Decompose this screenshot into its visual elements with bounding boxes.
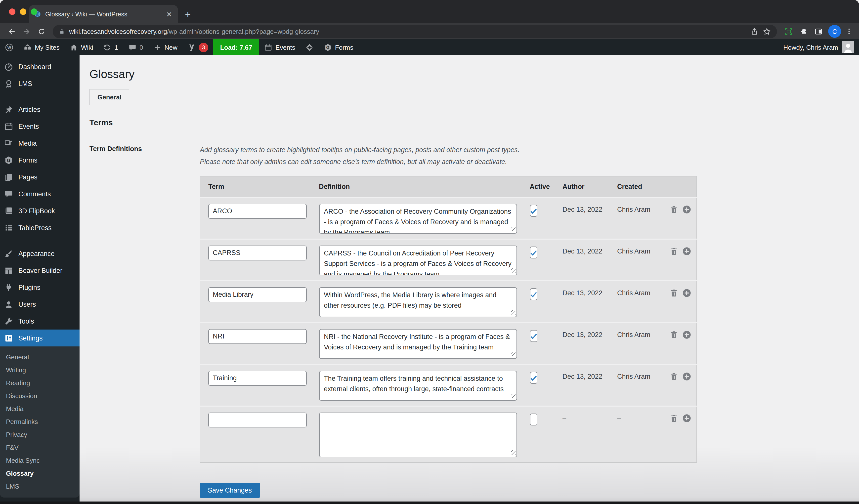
admin-bar-item-0[interactable]: 0 (123, 39, 148, 55)
tab-general[interactable]: General (89, 89, 130, 105)
side-panel-icon[interactable] (812, 26, 825, 37)
submenu-item-glossary[interactable]: Glossary (0, 467, 79, 480)
sidebar-item-tools[interactable]: Tools (0, 312, 79, 330)
close-tab-icon[interactable]: ✕ (165, 10, 173, 18)
forward-icon[interactable] (20, 25, 33, 38)
sidebar-item-comments[interactable]: Comments (0, 185, 79, 202)
sidebar-item-plugins[interactable]: Plugins (0, 279, 79, 296)
share-icon[interactable] (750, 27, 758, 35)
url-path: /wp-admin/options-general.php?page=wpdg-… (167, 28, 319, 35)
sidebar-item-3d-flipbook[interactable]: 3D FlipBook (0, 202, 79, 219)
lock-icon (59, 28, 65, 34)
add-term-icon[interactable] (682, 288, 691, 297)
sidebar-item-forms[interactable]: GForms (0, 152, 79, 168)
screen: Glossary ‹ Wiki — WordPress ✕ + wiki.fac… (0, 0, 859, 504)
admin-bar-item-new[interactable]: New (148, 39, 182, 55)
browser-tab[interactable]: Glossary ‹ Wiki — WordPress ✕ (29, 5, 178, 24)
close-window-button[interactable] (9, 9, 15, 15)
checkmark-icon (529, 248, 538, 257)
howdy-label[interactable]: Howdy, Chris Aram (783, 44, 838, 51)
sidebar-item-events[interactable]: Events (0, 118, 79, 135)
minimize-window-button[interactable] (20, 9, 26, 15)
back-icon[interactable] (5, 25, 18, 38)
delete-term-icon[interactable] (669, 204, 678, 214)
sidebar-item-settings[interactable]: Settings (0, 330, 79, 347)
add-term-icon[interactable] (682, 371, 691, 381)
admin-bar-item-events[interactable]: Events (259, 39, 300, 55)
sidebar-item-beaver-builder[interactable]: Beaver Builder (0, 262, 79, 279)
sidebar-item-users[interactable]: Users (0, 296, 79, 312)
checkmark-icon (529, 373, 538, 382)
sidebar-item-articles[interactable]: Articles (0, 101, 79, 118)
term-input[interactable] (208, 203, 307, 218)
submenu-item-media[interactable]: Media (0, 402, 79, 415)
add-term-icon[interactable] (682, 330, 691, 339)
definition-textarea[interactable] (319, 287, 517, 317)
delete-term-icon[interactable] (669, 288, 678, 297)
zoom-window-button[interactable] (31, 9, 37, 15)
definition-textarea[interactable] (319, 370, 517, 400)
sidebar-item-lms[interactable]: LMS (0, 75, 79, 92)
user-avatar[interactable] (842, 41, 854, 53)
col-header-created: Created (612, 176, 669, 197)
term-input[interactable] (208, 329, 307, 344)
submenu-item-f-v[interactable]: F&V (0, 441, 79, 454)
admin-bar-item-forms[interactable]: GForms (319, 39, 358, 55)
sidebar-item-dashboard[interactable]: Dashboard (0, 58, 79, 75)
definition-textarea[interactable] (319, 329, 517, 358)
delete-term-icon[interactable] (669, 371, 678, 381)
save-changes-button[interactable]: Save Changes (200, 483, 260, 498)
term-input[interactable] (208, 370, 307, 385)
term-input[interactable] (208, 245, 307, 260)
checkmark-icon (529, 290, 538, 299)
definition-textarea[interactable] (319, 203, 517, 233)
sidebar-item-appearance[interactable]: Appearance (0, 245, 79, 262)
extensions-puzzle-icon[interactable] (797, 26, 810, 37)
admin-bar-item-wiki[interactable]: Wiki (65, 39, 98, 55)
submenu-item-privacy[interactable]: Privacy (0, 428, 79, 441)
active-checkbox[interactable] (530, 246, 537, 258)
term-input[interactable] (208, 287, 307, 302)
screen-capture-extension-icon[interactable] (782, 26, 795, 37)
submenu-item-media-sync[interactable]: Media Sync (0, 454, 79, 467)
submenu-item-reading[interactable]: Reading (0, 376, 79, 389)
submenu-item-general[interactable]: General (0, 350, 79, 363)
definition-textarea[interactable] (319, 245, 517, 275)
term-input[interactable] (208, 412, 307, 427)
sidebar-item-tablepress[interactable]: TablePress (0, 219, 79, 236)
delete-term-icon[interactable] (669, 246, 678, 256)
submenu-item-writing[interactable]: Writing (0, 363, 79, 376)
sidebar-item-media[interactable]: Media (0, 135, 79, 152)
add-term-icon[interactable] (682, 246, 691, 256)
active-checkbox[interactable] (530, 330, 537, 342)
active-checkbox[interactable] (530, 371, 537, 383)
admin-bar-item[interactable] (300, 39, 319, 55)
add-term-icon[interactable] (682, 204, 691, 214)
active-checkbox[interactable] (530, 288, 537, 300)
delete-term-icon[interactable] (669, 413, 678, 423)
new-tab-button[interactable]: + (185, 9, 191, 20)
submenu-item-lms[interactable]: LMS (0, 480, 79, 492)
submenu-item-discussion[interactable]: Discussion (0, 389, 79, 402)
admin-bar-item-1[interactable]: 1 (98, 39, 123, 55)
bookmark-star-icon[interactable] (763, 27, 771, 35)
window-controls[interactable] (9, 9, 37, 15)
brush-icon (4, 249, 13, 258)
active-checkbox[interactable] (530, 204, 537, 216)
browser-profile-avatar[interactable]: C (828, 25, 841, 38)
definition-textarea[interactable] (319, 412, 517, 457)
active-checkbox[interactable] (530, 413, 537, 425)
address-bar[interactable]: wiki.facesandvoicesofrecovery.org/wp-adm… (53, 25, 777, 38)
admin-bar-item[interactable]: W (0, 39, 18, 55)
submenu-item-permalinks[interactable]: Permalinks (0, 415, 79, 428)
admin-bar-item[interactable]: 3 (182, 39, 213, 55)
reload-icon[interactable] (35, 25, 48, 38)
sidebar-item-pages[interactable]: Pages (0, 168, 79, 185)
browser-tab-strip: Glossary ‹ Wiki — WordPress ✕ + (0, 0, 859, 24)
delete-term-icon[interactable] (669, 330, 678, 339)
browser-menu-icon[interactable] (844, 26, 854, 37)
calendar-icon (264, 43, 272, 51)
add-term-icon[interactable] (682, 413, 691, 423)
admin-bar-item-my-sites[interactable]: My Sites (18, 39, 65, 55)
term-row: – – (200, 406, 697, 462)
